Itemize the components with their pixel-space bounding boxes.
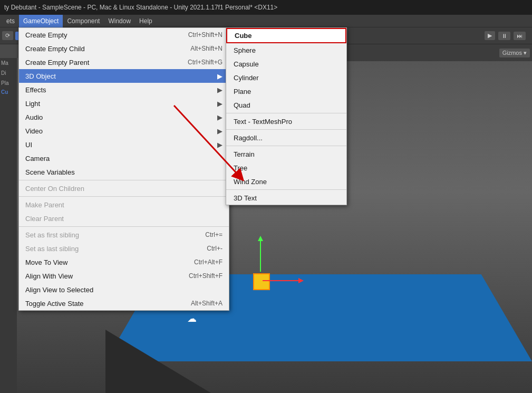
scene-cube xyxy=(253,273,270,290)
step-btn[interactable]: ⏭ xyxy=(514,32,526,40)
menu-component[interactable]: Component xyxy=(63,15,104,27)
effects-item[interactable]: Effects ▶ xyxy=(19,83,229,97)
play-btn[interactable]: ▶ xyxy=(485,31,495,40)
3d-object-submenu: Cube Sphere Capsule Cylinder Plane Quad … xyxy=(226,27,347,205)
hierarchy-label-ma: Ma xyxy=(0,58,17,68)
align-with-view-item[interactable]: Align With View Ctrl+Shift+F xyxy=(19,269,229,283)
light-item[interactable]: Light ▶ xyxy=(19,97,229,110)
title-text: ty Debutant - SampleScene - PC, Mac & Li… xyxy=(4,4,277,11)
sub-separator-1 xyxy=(226,113,346,113)
hierarchy-label-cu: Cu xyxy=(0,88,17,96)
video-item[interactable]: Video ▶ xyxy=(19,124,229,138)
capsule-item[interactable]: Capsule xyxy=(226,57,346,71)
y-axis-arrow xyxy=(260,240,261,272)
hierarchy-panel: Ma Di Pla Cu xyxy=(0,58,17,393)
cloud-icon: ☁ xyxy=(187,313,197,324)
sub-separator-3 xyxy=(226,146,346,146)
cylinder-item[interactable]: Cylinder xyxy=(226,71,346,84)
title-bar: ty Debutant - SampleScene - PC, Mac & Li… xyxy=(0,0,532,15)
create-empty-item[interactable]: Create Empty Ctrl+Shift+N xyxy=(19,28,229,42)
audio-item[interactable]: Audio ▶ xyxy=(19,110,229,124)
sub-separator-4 xyxy=(226,189,346,190)
menu-window[interactable]: Window xyxy=(104,15,135,27)
menu-bar: ets GameObject Component Window Help xyxy=(0,15,532,27)
wind-zone-item[interactable]: Wind Zone xyxy=(226,175,346,188)
align-view-to-selected-item[interactable]: Align View to Selected xyxy=(19,283,229,296)
sub-separator-2 xyxy=(226,129,346,130)
cube-item[interactable]: Cube xyxy=(226,28,346,43)
ui-item[interactable]: UI ▶ xyxy=(19,138,229,151)
scene-variables-item[interactable]: Scene Variables xyxy=(19,165,229,179)
camera-item[interactable]: Camera xyxy=(19,151,229,165)
hierarchy-label-pla: Pla xyxy=(0,78,17,88)
set-last-sibling-item: Set as last sibling Ctrl+- xyxy=(19,242,229,255)
plane-item[interactable]: Plane xyxy=(226,84,346,98)
menu-help[interactable]: Help xyxy=(135,15,157,27)
text-textmeshpro-item[interactable]: Text - TextMeshPro xyxy=(226,114,346,128)
separator-3 xyxy=(19,226,229,227)
center-on-children-item: Center On Children xyxy=(19,181,229,195)
menu-gameobject[interactable]: GameObject xyxy=(19,15,63,27)
sphere-item[interactable]: Sphere xyxy=(226,43,346,57)
set-first-sibling-item: Set as first sibling Ctrl+= xyxy=(19,228,229,242)
x-axis-arrow xyxy=(263,280,299,281)
create-empty-child-item[interactable]: Create Empty Child Alt+Shift+N xyxy=(19,42,229,55)
separator-2 xyxy=(19,196,229,197)
pause-btn[interactable]: ⏸ xyxy=(498,32,510,40)
clear-parent-item: Clear Parent xyxy=(19,212,229,225)
create-empty-parent-item[interactable]: Create Empty Parent Ctrl+Shift+G xyxy=(19,55,229,69)
hierarchy-label-di: Di xyxy=(0,68,17,78)
tree-item[interactable]: Tree xyxy=(226,161,346,175)
ragdoll-item[interactable]: Ragdoll... xyxy=(226,131,346,145)
separator-1 xyxy=(19,180,229,180)
make-parent-item: Make Parent xyxy=(19,198,229,212)
toggle-active-state-item[interactable]: Toggle Active State Alt+Shift+A xyxy=(19,296,229,310)
move-to-view-item[interactable]: Move To View Ctrl+Alt+F xyxy=(19,255,229,269)
menu-assets[interactable]: ets xyxy=(2,15,19,27)
3d-object-item[interactable]: 3D Object ▶ xyxy=(19,69,229,83)
transform-btn[interactable]: ⟳ xyxy=(2,31,13,40)
terrain-item[interactable]: Terrain xyxy=(226,147,346,161)
3d-text-item[interactable]: 3D Text xyxy=(226,191,346,205)
gizmos-btn[interactable]: Gizmos ▾ xyxy=(499,49,530,57)
gameobject-menu: Create Empty Ctrl+Shift+N Create Empty C… xyxy=(18,27,229,311)
quad-item[interactable]: Quad xyxy=(226,98,346,112)
